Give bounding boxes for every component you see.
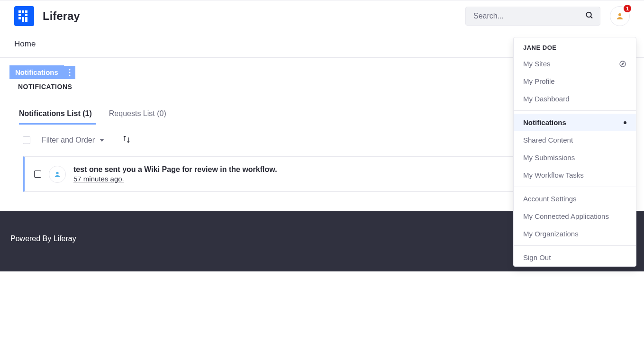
item-checkbox[interactable] [34, 171, 41, 178]
svg-point-4 [69, 72, 70, 73]
svg-marker-8 [622, 63, 624, 65]
dropdown-user-name: JANE DOE [514, 37, 636, 55]
sort-button[interactable] [120, 133, 133, 147]
svg-point-2 [618, 13, 621, 16]
search-icon [585, 11, 594, 20]
menu-my-workflow-tasks[interactable]: My Workflow Tasks [514, 166, 636, 184]
unread-dot-icon [624, 121, 626, 124]
select-all-checkbox[interactable] [23, 136, 30, 144]
filter-order-button[interactable]: Filter and Order [42, 136, 104, 144]
user-avatar-wrap: 1 [610, 6, 630, 26]
filter-label: Filter and Order [42, 136, 95, 144]
menu-sign-out[interactable]: Sign Out [514, 249, 636, 266]
item-avatar [49, 166, 66, 183]
menu-label: Notifications [523, 118, 566, 126]
svg-point-6 [56, 171, 58, 174]
svg-point-3 [69, 69, 70, 70]
menu-separator [514, 110, 636, 111]
user-icon [54, 171, 61, 178]
svg-point-0 [586, 12, 591, 18]
menu-my-dashboard[interactable]: My Dashboard [514, 90, 636, 108]
menu-my-profile[interactable]: My Profile [514, 72, 636, 90]
menu-notifications[interactable]: Notifications [514, 114, 636, 131]
breadcrumb-pill[interactable]: Notifications [9, 65, 64, 79]
search-input[interactable] [465, 7, 600, 26]
user-icon [616, 12, 624, 20]
tab-requests-list[interactable]: Requests List (0) [109, 105, 175, 124]
tab-notifications-list[interactable]: Notifications List (1) [19, 105, 100, 124]
user-dropdown: JANE DOE My Sites My Profile My Dashboar… [513, 37, 636, 267]
compass-icon [619, 60, 626, 68]
logo-icon [18, 10, 30, 22]
menu-label: My Sites [523, 60, 551, 68]
menu-separator [514, 245, 636, 246]
search-button[interactable] [582, 9, 597, 24]
sort-icon [122, 135, 131, 144]
menu-my-submissions[interactable]: My Submissions [514, 149, 636, 166]
menu-my-sites[interactable]: My Sites [514, 55, 636, 72]
menu-separator [514, 187, 636, 187]
menu-account-settings[interactable]: Account Settings [514, 190, 636, 207]
topbar: Liferay 1 [0, 0, 644, 32]
svg-line-1 [590, 17, 592, 18]
brand-logo[interactable] [14, 6, 34, 26]
breadcrumb-pill-more[interactable] [64, 66, 75, 79]
menu-my-organizations[interactable]: My Organizations [514, 225, 636, 243]
caret-down-icon [100, 139, 104, 142]
svg-point-5 [69, 74, 70, 76]
menu-connected-apps[interactable]: My Connected Applications [514, 207, 636, 225]
search-wrap [465, 7, 600, 26]
notification-badge: 1 [624, 5, 631, 12]
dots-vertical-icon [69, 69, 71, 76]
menu-shared-content[interactable]: Shared Content [514, 131, 636, 149]
nav-home[interactable]: Home [14, 39, 36, 48]
brand-name[interactable]: Liferay [43, 9, 465, 23]
